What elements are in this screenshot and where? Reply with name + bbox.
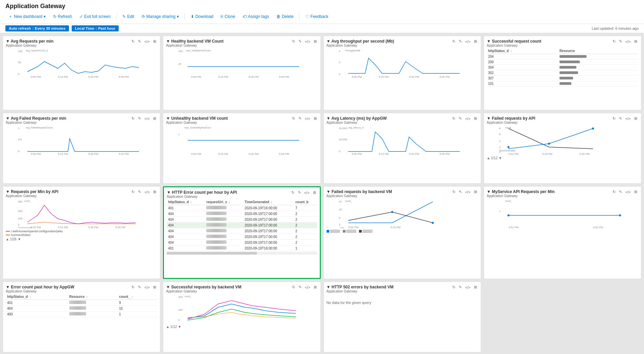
tile-refresh-btn[interactable]: ↻ <box>130 189 136 194</box>
refresh-button[interactable]: ↻ Refresh <box>50 13 75 21</box>
tile-edit-btn[interactable]: ✎ <box>297 39 303 44</box>
tile-title-area: ▼ Unhealthy backend VM count Application… <box>166 116 228 124</box>
tile-expand-btn[interactable]: ⊞ <box>313 285 318 290</box>
tile-refresh-btn[interactable]: ↻ <box>451 189 456 194</box>
tile-code-btn[interactable]: </> <box>304 39 311 44</box>
tile-refresh-btn[interactable]: ↻ <box>451 116 456 121</box>
tile-expand-btn[interactable]: ⊞ <box>152 116 157 121</box>
tile-edit-btn[interactable]: ✎ <box>618 116 623 121</box>
tile-code-btn[interactable]: </> <box>143 189 151 194</box>
tile-expand-btn[interactable]: ⊞ <box>313 116 318 121</box>
tile-edit-btn[interactable]: ✎ <box>137 285 142 290</box>
tile-code-btn[interactable]: </> <box>464 189 472 194</box>
tile-edit-btn[interactable]: ✎ <box>297 285 303 290</box>
horizontal-scrollbar[interactable] <box>167 252 317 255</box>
tile-code-btn[interactable]: </> <box>624 39 632 44</box>
exit-fullscreen-button[interactable]: ⤢ Exit full screen <box>76 13 114 21</box>
assign-tags-label: Assign tags <box>248 14 269 19</box>
new-dashboard-button[interactable]: ＋ New dashboard ▾ <box>5 12 49 21</box>
tile-refresh-btn[interactable]: ↻ <box>451 39 456 44</box>
download-button[interactable]: ⬇ Download <box>188 13 216 21</box>
col-time-generated[interactable]: TimeGenerated ↕ <box>243 199 294 205</box>
tile-code-btn[interactable]: </> <box>143 116 151 121</box>
tile-expand-btn[interactable]: ⊞ <box>633 116 638 121</box>
tile-code-btn[interactable]: </> <box>304 285 311 290</box>
tile-expand-btn[interactable]: ⊞ <box>633 39 638 44</box>
col-resource[interactable]: Resource <box>558 48 638 54</box>
tile-edit-btn[interactable]: ✎ <box>618 39 623 44</box>
time-cell: 2020-09-19T17:00:00 <box>243 211 294 217</box>
auto-refresh-value: Every 30 minutes <box>35 26 66 30</box>
tile-expand-btn[interactable]: ⊞ <box>152 39 157 44</box>
tile-refresh-btn[interactable]: ↻ <box>451 285 456 290</box>
tile-refresh-btn[interactable]: ↻ <box>612 116 617 121</box>
tile-expand-btn[interactable]: ⊞ <box>152 189 157 194</box>
tile-edit-btn[interactable]: ✎ <box>458 39 463 44</box>
svg-text:5:15 PM: 5:15 PM <box>542 152 552 156</box>
legend-label-3 <box>362 230 373 233</box>
tile-edit-btn[interactable]: ✎ <box>618 189 623 194</box>
col-http-status[interactable]: httpStatus_d ↕ <box>6 294 68 300</box>
tile-expand-btn[interactable]: ⊞ <box>473 189 478 194</box>
tile-code-btn[interactable]: </> <box>303 190 311 195</box>
tile-code-btn[interactable]: </> <box>624 189 632 194</box>
tile-expand-btn[interactable]: ⊞ <box>152 285 157 290</box>
tile-code-btn[interactable]: </> <box>143 39 151 44</box>
auto-refresh-button[interactable]: Auto refresh : Every 30 minutes <box>5 25 69 31</box>
tile-expand-btn[interactable]: ⊞ <box>633 189 638 194</box>
tile-refresh-btn[interactable]: ↻ <box>130 285 136 290</box>
col-count[interactable]: count_ ↕ <box>118 294 157 300</box>
tile-code-btn[interactable]: </> <box>624 116 632 121</box>
tile-expand-btn[interactable]: ⊞ <box>473 39 478 44</box>
col-resource[interactable]: Resource ↕ <box>68 294 118 300</box>
tile-code-btn[interactable]: </> <box>143 285 151 290</box>
clone-button[interactable]: ⎘ Clone <box>218 13 238 21</box>
pagination: ▲ 1/12 ▼ <box>487 156 638 160</box>
tile-expand-btn[interactable]: ⊞ <box>313 39 318 44</box>
col-http-status[interactable]: httpStatus_d ↕ <box>167 199 205 205</box>
tile-refresh-btn[interactable]: ↻ <box>291 116 296 121</box>
delete-button[interactable]: 🗑 Delete <box>273 13 297 21</box>
table-container[interactable]: httpStatus_d ↕ requestUri_s ↕ TimeGenera… <box>167 199 317 251</box>
col-request-uri[interactable]: requestUri_s ↕ <box>205 199 243 205</box>
tile-edit-btn[interactable]: ✎ <box>137 116 142 121</box>
tile-code-btn[interactable]: </> <box>464 285 472 290</box>
feedback-button[interactable]: ♡ Feedback <box>302 13 331 21</box>
tile-refresh-btn[interactable]: ↻ <box>612 39 617 44</box>
tile-edit-btn[interactable]: ✎ <box>458 116 463 121</box>
tile-refresh-btn[interactable]: ↻ <box>290 190 295 195</box>
tile-edit-btn[interactable]: ✎ <box>458 285 463 290</box>
tile-refresh-btn[interactable]: ↻ <box>291 39 296 44</box>
time-cell: 2020-09-19T17:00:00 <box>243 217 294 222</box>
tile-refresh-btn[interactable]: ↻ <box>612 189 617 194</box>
line-chart-svg: 100 50 0 avg_requestCount_d 5:00 PM 5:15… <box>6 48 157 78</box>
tile-refresh-btn[interactable]: ↻ <box>130 39 136 44</box>
tile-refresh-btn[interactable]: ↻ <box>291 285 296 290</box>
edit-icon: ✎ <box>122 14 126 19</box>
line-chart-svg: 1 count_ 4:51 PM 4:52 PM <box>487 198 638 229</box>
manage-sharing-button[interactable]: ⟳ Manage sharing ▾ <box>139 13 182 21</box>
tile-edit-btn[interactable]: ✎ <box>297 116 303 121</box>
edit-button[interactable]: ✎ Edit <box>119 13 137 21</box>
tile-code-btn[interactable]: </> <box>464 39 472 44</box>
legend-icon-1 <box>327 230 329 233</box>
tile-refresh-btn[interactable]: ↻ <box>130 116 136 121</box>
refresh-label: Refresh <box>58 14 72 19</box>
tile-edit-btn[interactable]: ✎ <box>137 189 142 194</box>
assign-tags-button[interactable]: 🏷 Assign tags <box>240 13 272 21</box>
status-cell: 404 <box>167 211 205 217</box>
tile-expand-btn[interactable]: ⊞ <box>312 190 317 195</box>
tile-edit-btn[interactable]: ✎ <box>458 189 463 194</box>
auto-refresh-label: Auto refresh <box>9 26 31 30</box>
col-count[interactable]: count_b <box>294 199 317 205</box>
tile-expand-btn[interactable]: ⊞ <box>473 285 478 290</box>
tile-expand-btn[interactable]: ⊞ <box>473 116 478 121</box>
tile-code-btn[interactable]: </> <box>304 116 311 121</box>
line-chart-svg: 1 0.5 0 avg_FailedRequestCount 5:00 PM 5… <box>6 125 157 156</box>
tile-edit-btn[interactable]: ✎ <box>137 39 142 44</box>
tile-title: ▼ Failed requests by API <box>487 116 535 121</box>
tile-code-btn[interactable]: </> <box>464 116 472 121</box>
col-http-status[interactable]: httpStatus_d ↕ <box>487 48 558 54</box>
time-range-button[interactable]: Local Time : Past hour <box>72 25 119 31</box>
tile-edit-btn[interactable]: ✎ <box>297 190 302 195</box>
